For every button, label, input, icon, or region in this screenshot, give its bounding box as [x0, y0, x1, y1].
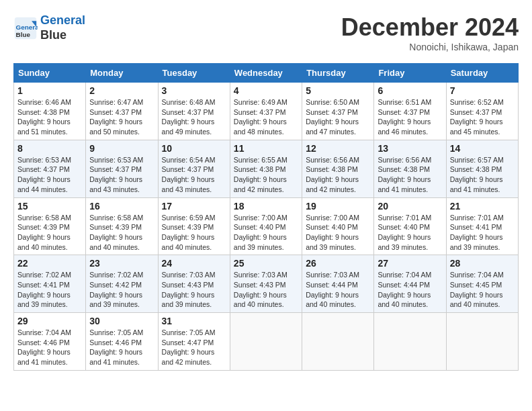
- calendar-cell: 18 Sunrise: 7:00 AMSunset: 4:40 PMDaylig…: [230, 197, 302, 255]
- day-number: 16: [89, 201, 154, 212]
- day-info: Sunrise: 7:03 AMSunset: 4:43 PMDaylight:…: [162, 270, 226, 310]
- day-number: 1: [17, 85, 82, 96]
- logo-general: General: [40, 13, 85, 27]
- day-info: Sunrise: 6:57 AMSunset: 4:38 PMDaylight:…: [450, 155, 515, 195]
- day-info: Sunrise: 6:51 AMSunset: 4:37 PMDaylight:…: [378, 97, 442, 137]
- calendar-cell: 26 Sunrise: 7:03 AMSunset: 4:44 PMDaylig…: [302, 255, 374, 313]
- day-info: Sunrise: 7:01 AMSunset: 4:40 PMDaylight:…: [378, 213, 442, 253]
- calendar-week-row: 29 Sunrise: 7:04 AMSunset: 4:46 PMDaylig…: [14, 313, 519, 371]
- calendar-cell: 16 Sunrise: 6:58 AMSunset: 4:39 PMDaylig…: [86, 197, 158, 255]
- calendar-cell: 7 Sunrise: 6:52 AMSunset: 4:37 PMDayligh…: [446, 83, 518, 140]
- day-info: Sunrise: 6:59 AMSunset: 4:39 PMDaylight:…: [162, 213, 226, 253]
- day-number: 14: [450, 143, 515, 154]
- calendar-cell: 21 Sunrise: 7:01 AMSunset: 4:41 PMDaylig…: [446, 197, 518, 255]
- day-number: 5: [306, 85, 370, 96]
- calendar-cell: 19 Sunrise: 7:00 AMSunset: 4:40 PMDaylig…: [302, 197, 374, 255]
- calendar-cell: 23 Sunrise: 7:02 AMSunset: 4:42 PMDaylig…: [86, 255, 158, 313]
- day-info: Sunrise: 6:58 AMSunset: 4:39 PMDaylight:…: [17, 213, 82, 253]
- day-number: 31: [162, 316, 226, 326]
- day-number: 8: [17, 143, 82, 154]
- day-number: 20: [378, 201, 442, 212]
- calendar-cell: 14 Sunrise: 6:57 AMSunset: 4:38 PMDaylig…: [446, 140, 518, 197]
- calendar-cell: 5 Sunrise: 6:50 AMSunset: 4:37 PMDayligh…: [302, 83, 374, 140]
- day-number: 23: [89, 258, 154, 269]
- day-info: Sunrise: 6:55 AMSunset: 4:38 PMDaylight:…: [234, 155, 298, 195]
- calendar-cell: 30 Sunrise: 7:05 AMSunset: 4:46 PMDaylig…: [86, 313, 158, 371]
- day-info: Sunrise: 7:00 AMSunset: 4:40 PMDaylight:…: [234, 213, 298, 253]
- header-tuesday: Tuesday: [158, 64, 230, 83]
- day-number: 30: [89, 316, 154, 326]
- day-number: 10: [162, 143, 226, 154]
- day-number: 22: [17, 258, 82, 269]
- day-info: Sunrise: 7:02 AMSunset: 4:42 PMDaylight:…: [89, 270, 154, 310]
- calendar-week-row: 8 Sunrise: 6:53 AMSunset: 4:37 PMDayligh…: [14, 140, 519, 197]
- day-info: Sunrise: 6:56 AMSunset: 4:38 PMDaylight:…: [306, 155, 370, 195]
- day-number: 27: [378, 258, 442, 269]
- day-number: 26: [306, 258, 370, 269]
- day-info: Sunrise: 7:04 AMSunset: 4:46 PMDaylight:…: [17, 328, 82, 367]
- calendar-cell: 28 Sunrise: 7:04 AMSunset: 4:45 PMDaylig…: [446, 255, 518, 313]
- day-info: Sunrise: 6:46 AMSunset: 4:38 PMDaylight:…: [17, 97, 82, 137]
- day-number: 29: [17, 316, 82, 326]
- day-info: Sunrise: 6:53 AMSunset: 4:37 PMDaylight:…: [89, 155, 154, 195]
- calendar-cell: 17 Sunrise: 6:59 AMSunset: 4:39 PMDaylig…: [158, 197, 230, 255]
- day-number: 15: [17, 201, 82, 212]
- day-number: 21: [450, 201, 515, 212]
- calendar-cell: 24 Sunrise: 7:03 AMSunset: 4:43 PMDaylig…: [158, 255, 230, 313]
- calendar-cell: 2 Sunrise: 6:47 AMSunset: 4:37 PMDayligh…: [86, 83, 158, 140]
- day-number: 11: [234, 143, 298, 154]
- calendar-cell: 22 Sunrise: 7:02 AMSunset: 4:41 PMDaylig…: [14, 255, 86, 313]
- logo-blue: Blue: [40, 28, 66, 42]
- day-number: 25: [234, 258, 298, 269]
- day-info: Sunrise: 6:47 AMSunset: 4:37 PMDaylight:…: [89, 97, 154, 137]
- day-info: Sunrise: 6:49 AMSunset: 4:37 PMDaylight:…: [234, 97, 298, 137]
- day-info: Sunrise: 7:02 AMSunset: 4:41 PMDaylight:…: [17, 270, 82, 310]
- day-info: Sunrise: 6:54 AMSunset: 4:37 PMDaylight:…: [162, 155, 226, 195]
- day-info: Sunrise: 7:05 AMSunset: 4:47 PMDaylight:…: [162, 328, 226, 367]
- header-monday: Monday: [86, 64, 158, 83]
- day-info: Sunrise: 7:00 AMSunset: 4:40 PMDaylight:…: [306, 213, 370, 253]
- calendar-cell: 27 Sunrise: 7:04 AMSunset: 4:44 PMDaylig…: [374, 255, 446, 313]
- calendar-week-row: 1 Sunrise: 6:46 AMSunset: 4:38 PMDayligh…: [14, 83, 519, 140]
- calendar-week-row: 22 Sunrise: 7:02 AMSunset: 4:41 PMDaylig…: [14, 255, 519, 313]
- calendar-cell: 1 Sunrise: 6:46 AMSunset: 4:38 PMDayligh…: [14, 83, 86, 140]
- day-number: 6: [378, 85, 442, 96]
- calendar-cell: [230, 313, 302, 371]
- day-number: 28: [450, 258, 515, 269]
- day-number: 3: [162, 85, 226, 96]
- header-sunday: Sunday: [14, 64, 86, 83]
- header-wednesday: Wednesday: [230, 64, 302, 83]
- location: Nonoichi, Ishikawa, Japan: [341, 42, 519, 52]
- calendar-week-row: 15 Sunrise: 6:58 AMSunset: 4:39 PMDaylig…: [14, 197, 519, 255]
- header-friday: Friday: [374, 64, 446, 83]
- day-info: Sunrise: 7:05 AMSunset: 4:46 PMDaylight:…: [89, 328, 154, 367]
- day-number: 4: [234, 85, 298, 96]
- header-thursday: Thursday: [302, 64, 374, 83]
- day-number: 24: [162, 258, 226, 269]
- calendar-cell: [302, 313, 374, 371]
- day-info: Sunrise: 7:03 AMSunset: 4:44 PMDaylight:…: [306, 270, 370, 310]
- day-number: 2: [89, 85, 154, 96]
- day-number: 12: [306, 143, 370, 154]
- day-number: 13: [378, 143, 442, 154]
- calendar-header-row: Sunday Monday Tuesday Wednesday Thursday…: [14, 64, 519, 83]
- day-info: Sunrise: 6:50 AMSunset: 4:37 PMDaylight:…: [306, 97, 370, 137]
- month-title: December 2024: [341, 13, 519, 42]
- calendar-cell: 15 Sunrise: 6:58 AMSunset: 4:39 PMDaylig…: [14, 197, 86, 255]
- day-info: Sunrise: 6:56 AMSunset: 4:38 PMDaylight:…: [378, 155, 442, 195]
- logo-icon: General Blue: [13, 16, 38, 40]
- day-info: Sunrise: 6:52 AMSunset: 4:37 PMDaylight:…: [450, 97, 515, 137]
- day-info: Sunrise: 7:03 AMSunset: 4:43 PMDaylight:…: [234, 270, 298, 310]
- calendar-cell: 6 Sunrise: 6:51 AMSunset: 4:37 PMDayligh…: [374, 83, 446, 140]
- day-number: 9: [89, 143, 154, 154]
- header-saturday: Saturday: [446, 64, 518, 83]
- svg-text:General: General: [16, 23, 38, 30]
- day-info: Sunrise: 7:04 AMSunset: 4:45 PMDaylight:…: [450, 270, 515, 310]
- calendar-cell: 9 Sunrise: 6:53 AMSunset: 4:37 PMDayligh…: [86, 140, 158, 197]
- day-info: Sunrise: 6:53 AMSunset: 4:37 PMDaylight:…: [17, 155, 82, 195]
- svg-text:Blue: Blue: [16, 30, 31, 38]
- calendar-cell: 31 Sunrise: 7:05 AMSunset: 4:47 PMDaylig…: [158, 313, 230, 371]
- calendar-cell: 4 Sunrise: 6:49 AMSunset: 4:37 PMDayligh…: [230, 83, 302, 140]
- page-header: General Blue General Blue December 2024 …: [13, 13, 519, 52]
- day-info: Sunrise: 7:04 AMSunset: 4:44 PMDaylight:…: [378, 270, 442, 310]
